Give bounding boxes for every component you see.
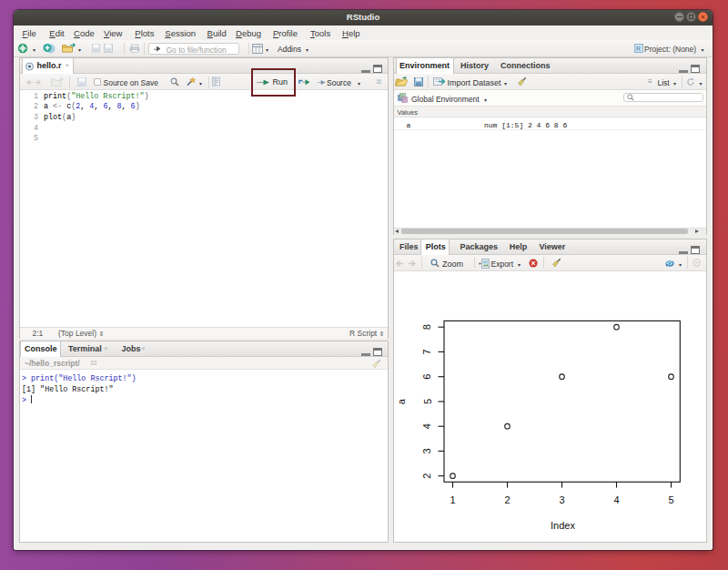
svg-text:5: 5	[422, 399, 433, 404]
svg-text:5: 5	[668, 494, 673, 505]
svg-text:2: 2	[422, 473, 433, 479]
svg-text:4: 4	[422, 423, 433, 429]
svg-text:7: 7	[422, 349, 433, 354]
svg-text:1: 1	[450, 494, 455, 505]
svg-text:3: 3	[422, 448, 433, 453]
svg-text:4: 4	[613, 494, 619, 505]
svg-text:a: a	[396, 398, 407, 404]
svg-text:2: 2	[504, 494, 510, 505]
svg-text:Index: Index	[551, 520, 575, 531]
svg-text:8: 8	[422, 324, 433, 330]
svg-text:3: 3	[559, 494, 564, 505]
svg-text:6: 6	[422, 374, 433, 380]
